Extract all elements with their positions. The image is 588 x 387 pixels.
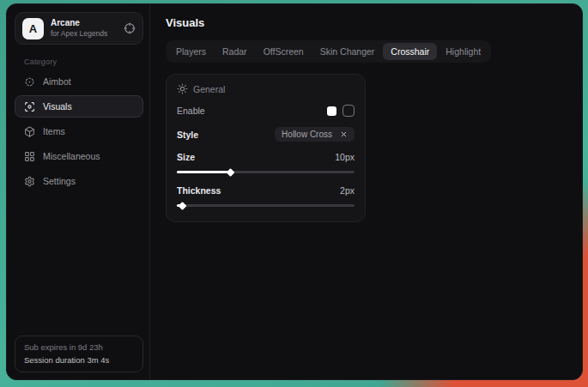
slider-track [177, 204, 355, 207]
sidebar-nav: Aimbot Visuals Items [15, 70, 143, 192]
crosshair-target-icon[interactable] [124, 22, 136, 34]
color-picker-box[interactable] [342, 105, 355, 117]
enable-label: Enable [177, 106, 205, 116]
app-subtitle: for Apex Legends [51, 29, 107, 39]
app-window: A Arcane for Apex Legends Category Aimbo… [6, 3, 583, 380]
style-value-chip[interactable]: Hollow Cross [275, 127, 355, 142]
slider-fill [177, 171, 230, 173]
enable-controls [327, 105, 355, 117]
size-label: Size [177, 152, 195, 162]
style-value: Hollow Cross [282, 130, 332, 139]
sun-settings-icon [177, 83, 188, 94]
sub-expires-text: Sub expires in 9d 23h [24, 342, 134, 352]
sidebar: A Arcane for Apex Legends Category Aimbo… [7, 4, 150, 379]
app-logo: A [22, 18, 44, 39]
style-row: Style Hollow Cross [177, 127, 355, 142]
size-slider-thumb[interactable] [227, 168, 235, 177]
thickness-slider[interactable] [177, 203, 355, 209]
tab-players[interactable]: Players [168, 43, 214, 60]
session-duration-text: Session duration 3m 4s [24, 355, 134, 365]
tab-crosshair[interactable]: Crosshair [383, 43, 437, 60]
crosshair-scan-icon [24, 76, 35, 88]
sidebar-item-settings[interactable]: Settings [15, 170, 143, 192]
thickness-label: Thickness [177, 185, 221, 196]
box-icon [24, 126, 35, 137]
page-title: Visuals [166, 16, 568, 29]
thickness-value: 2px [340, 185, 355, 196]
gear-icon [24, 176, 35, 187]
size-value: 10px [335, 152, 355, 162]
sidebar-item-aimbot[interactable]: Aimbot [15, 70, 143, 93]
sidebar-item-label: Aimbot [43, 76, 71, 87]
sidebar-item-label: Visuals [43, 101, 72, 112]
sidebar-item-miscellaneous[interactable]: Miscellaneous [15, 145, 143, 167]
tab-skin-changer[interactable]: Skin Changer [312, 43, 383, 60]
eye-scan-icon [24, 101, 35, 112]
panel-header: General [177, 83, 355, 94]
sidebar-item-label: Miscellaneous [43, 151, 100, 161]
sidebar-item-items[interactable]: Items [15, 120, 143, 142]
app-titles: Arcane for Apex Legends [51, 18, 107, 38]
panel-header-label: General [193, 84, 225, 94]
visuals-tabbar: Players Radar OffScreen Skin Changer Cro… [166, 40, 491, 63]
sidebar-item-label: Settings [43, 176, 76, 186]
remove-style-icon[interactable] [340, 130, 348, 138]
tab-offscreen[interactable]: OffScreen [256, 43, 312, 60]
style-label: Style [177, 130, 198, 140]
tab-radar[interactable]: Radar [215, 43, 255, 60]
size-row: Size 10px [177, 152, 355, 162]
general-panel: General Enable Style Hollow Cross [166, 74, 366, 222]
tab-highlight[interactable]: Highlight [438, 43, 488, 60]
layout-grid-icon [24, 151, 35, 162]
subscription-card: Sub expires in 9d 23h Session duration 3… [15, 336, 143, 372]
sidebar-item-label: Items [43, 126, 65, 136]
thickness-row: Thickness 2px [177, 185, 355, 196]
app-header-card: A Arcane for Apex Legends [15, 12, 143, 45]
category-label: Category [24, 57, 143, 66]
size-slider[interactable] [177, 169, 355, 175]
enable-row: Enable [177, 105, 355, 117]
app-title: Arcane [51, 18, 107, 29]
slider-fill [177, 204, 182, 207]
sidebar-item-visuals[interactable]: Visuals [15, 95, 143, 118]
thickness-slider-thumb[interactable] [179, 202, 187, 210]
enable-checkbox[interactable] [327, 106, 336, 116]
main-content: Visuals Players Radar OffScreen Skin Cha… [150, 4, 582, 379]
